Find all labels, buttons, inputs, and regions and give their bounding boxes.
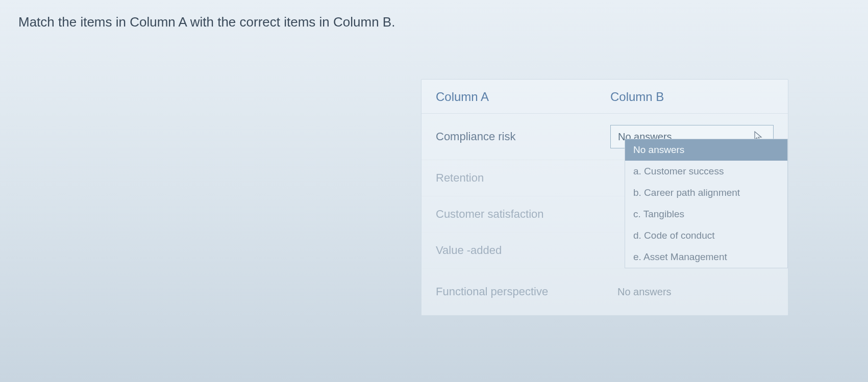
question-text: Match the items in Column A with the cor… xyxy=(0,0,868,44)
table-header: Column A Column B xyxy=(421,80,788,114)
column-a-item: Retention xyxy=(436,171,610,185)
dropdown-option[interactable]: e. Asset Management xyxy=(625,246,787,268)
dropdown-option[interactable]: c. Tangibles xyxy=(625,203,787,225)
select-value: No answers xyxy=(617,286,672,298)
match-table: Column A Column B Compliance risk No ans… xyxy=(421,79,788,316)
answer-select[interactable]: No answers xyxy=(610,280,774,303)
table-row: Functional perspective No answers xyxy=(421,269,788,315)
column-b-header: Column B xyxy=(610,90,774,104)
dropdown-option[interactable]: b. Career path alignment xyxy=(625,182,787,203)
dropdown-option[interactable]: No answers xyxy=(625,139,787,161)
dropdown-option[interactable]: a. Customer success xyxy=(625,161,787,182)
dropdown-list: No answers a. Customer success b. Career… xyxy=(625,139,788,268)
column-a-item: Customer satisfaction xyxy=(436,208,610,221)
column-a-item: Compliance risk xyxy=(436,130,610,143)
column-a-item: Functional perspective xyxy=(436,285,610,298)
column-a-item: Value -added xyxy=(436,244,610,257)
column-a-header: Column A xyxy=(436,90,610,104)
dropdown-option[interactable]: d. Code of conduct xyxy=(625,225,787,246)
